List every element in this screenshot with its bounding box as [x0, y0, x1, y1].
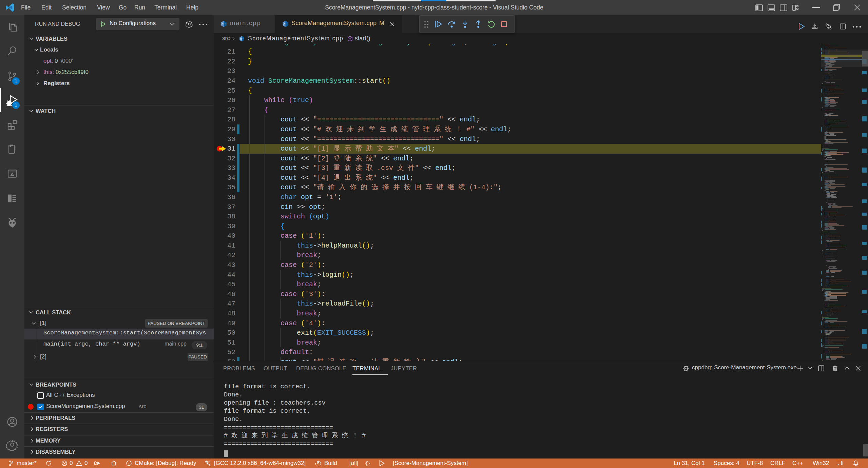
- svg-text:C: C: [284, 23, 285, 26]
- svg-text:++: ++: [242, 38, 244, 40]
- svg-text:C: C: [222, 23, 224, 26]
- svg-text:++: ++: [224, 23, 226, 25]
- svg-text:++: ++: [285, 23, 288, 25]
